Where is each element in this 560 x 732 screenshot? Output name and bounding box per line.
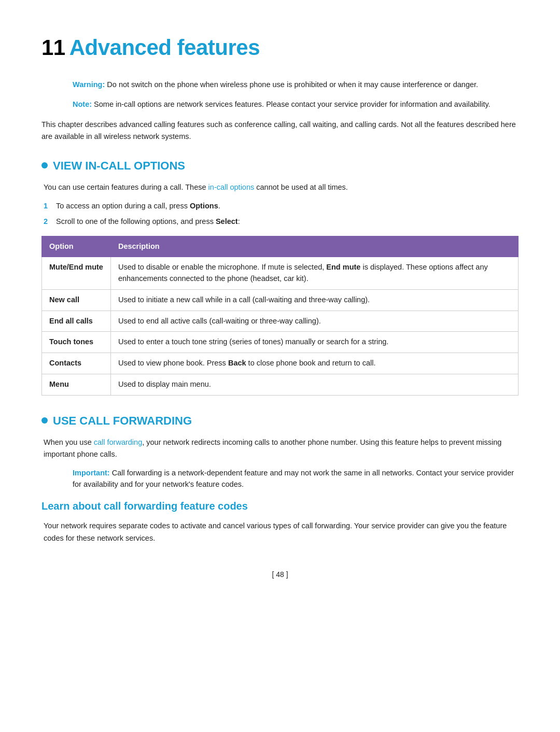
desc-end-all: Used to end all active calls (call-waiti…: [110, 311, 518, 332]
note-label: Note:: [73, 100, 92, 108]
option-contacts: Contacts: [42, 353, 111, 374]
view-in-call-section: VIEW IN-CALL OPTIONS You can use certain…: [41, 157, 519, 396]
call-forwarding-link: call forwarding: [94, 438, 143, 446]
bullet-dot-1: [41, 162, 48, 168]
important-label: Important:: [73, 469, 110, 477]
step-2-number: 2: [44, 216, 52, 228]
col-option-header: Option: [42, 236, 111, 257]
bullet-dot-2: [41, 417, 48, 424]
call-forwarding-intro: When you use call forwarding, your netwo…: [44, 437, 519, 460]
warning-block: Warning: Do not switch on the phone when…: [73, 79, 519, 91]
step-1-text: To access an option during a call, press…: [56, 201, 220, 212]
subsection-text: Your network requires separate codes to …: [44, 520, 519, 544]
steps-list: 1 To access an option during a call, pre…: [44, 201, 519, 228]
chapter-name: Advanced features: [69, 35, 260, 60]
table-row: Contacts Used to view phone book. Press …: [42, 353, 519, 374]
option-new-call: New call: [42, 289, 111, 311]
option-menu: Menu: [42, 374, 111, 395]
col-description-header: Description: [110, 236, 518, 257]
table-row: Menu Used to display main menu.: [42, 374, 519, 395]
step-1: 1 To access an option during a call, pre…: [44, 201, 519, 212]
table-row: End all calls Used to end all active cal…: [42, 311, 519, 332]
desc-mute: Used to disable or enable the microphone…: [110, 257, 518, 290]
table-body: Mute/End mute Used to disable or enable …: [42, 257, 519, 395]
table-header: Option Description: [42, 236, 519, 257]
desc-new-call: Used to initiate a new call while in a c…: [110, 289, 518, 311]
table-row: Mute/End mute Used to disable or enable …: [42, 257, 519, 290]
option-end-all: End all calls: [42, 311, 111, 332]
chapter-number: 11: [41, 35, 65, 60]
intro-before-link: You can use certain features during a ca…: [44, 183, 208, 191]
in-call-options-table: Option Description Mute/End mute Used to…: [41, 236, 519, 396]
use-call-forwarding-title: USE CALL FORWARDING: [41, 412, 519, 429]
chapter-title: 11Advanced features: [41, 31, 519, 64]
view-in-call-title: VIEW IN-CALL OPTIONS: [41, 157, 519, 174]
intro-after-link: cannot be used at all times.: [254, 183, 348, 191]
step-1-number: 1: [44, 201, 52, 212]
use-call-forwarding-section: USE CALL FORWARDING When you use call fo…: [41, 412, 519, 544]
option-touch-tones: Touch tones: [42, 332, 111, 353]
view-in-call-intro: You can use certain features during a ca…: [44, 181, 519, 193]
page-footer: [ 48 ]: [41, 569, 519, 580]
desc-menu: Used to display main menu.: [110, 374, 518, 395]
step-2: 2 Scroll to one of the following options…: [44, 216, 519, 228]
subsection-title: Learn about call forwarding feature code…: [41, 498, 519, 514]
option-mute: Mute/End mute: [42, 257, 111, 290]
page-number: [ 48 ]: [272, 570, 288, 579]
note-text: Some in-call options are network service…: [94, 100, 491, 108]
intro-text: This chapter describes advanced calling …: [41, 119, 519, 143]
warning-text: Do not switch on the phone when wireless…: [107, 80, 478, 89]
step-2-text: Scroll to one of the following options, …: [56, 216, 240, 228]
table-row: Touch tones Used to enter a touch tone s…: [42, 332, 519, 353]
important-text: Call forwarding is a network-dependent f…: [73, 469, 514, 488]
in-call-options-link: in-call options: [208, 183, 255, 191]
note-block: Note: Some in-call options are network s…: [73, 99, 519, 110]
desc-touch-tones: Used to enter a touch tone string (serie…: [110, 332, 518, 353]
table-row: New call Used to initiate a new call whi…: [42, 289, 519, 311]
important-block: Important: Call forwarding is a network-…: [73, 468, 519, 490]
desc-contacts: Used to view phone book. Press Back to c…: [110, 353, 518, 374]
warning-label: Warning:: [73, 80, 105, 89]
